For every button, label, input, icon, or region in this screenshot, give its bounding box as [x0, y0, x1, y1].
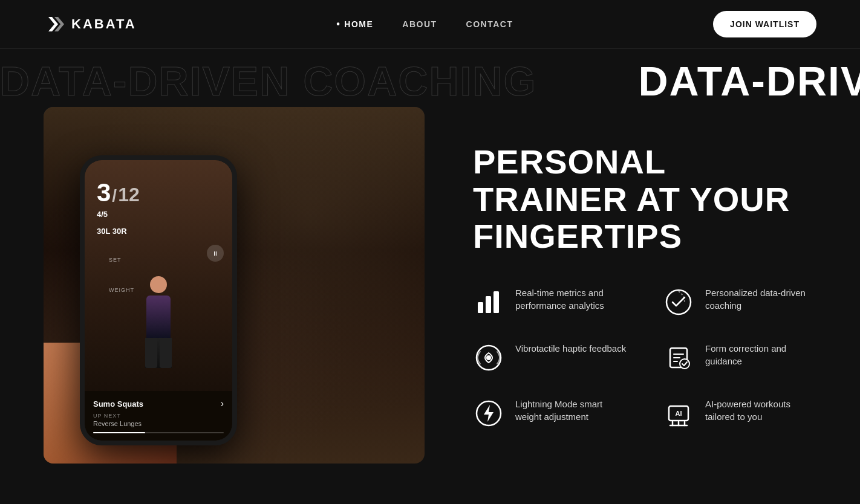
- feature-haptic-text: Vibrotactile haptic feedback: [515, 342, 627, 355]
- ticker: DATA-DRIVEN COACHING DATA-DRIVEN COACHIN…: [0, 49, 860, 113]
- rep-counter: 3 / 12: [97, 178, 140, 207]
- bar-chart-icon: [473, 286, 504, 318]
- phone-mockup: 3 / 12 SET 4/5 WEIGHT 30L 30R: [44, 107, 425, 464]
- headline-line1: PERSONAL TRAINER AT YOUR: [473, 143, 790, 218]
- device-screen: 3 / 12 SET 4/5 WEIGHT 30L 30R: [85, 160, 232, 441]
- hero-headline: PERSONAL TRAINER AT YOUR FINGERTIPS: [473, 143, 816, 255]
- progress-fill: [93, 432, 145, 433]
- main-section: 3 / 12 SET 4/5 WEIGHT 30L 30R: [0, 107, 860, 464]
- ai-icon: AI: [663, 398, 694, 429]
- feature-ai: AI AI-powered workouts tailored to you: [663, 398, 816, 429]
- ticker-content: DATA-DRIVEN COACHING DATA-DRIVEN COACHIN…: [0, 57, 860, 105]
- svg-rect-2: [494, 291, 499, 313]
- feature-coaching: Personalized data-driven coaching: [663, 286, 816, 318]
- headline-line2: FINGERTIPS: [473, 217, 682, 255]
- exercise-row: Sumo Squats ›: [93, 398, 224, 409]
- feature-coaching-label: Personalized data-driven coaching: [705, 288, 806, 311]
- svg-point-7: [680, 359, 689, 369]
- svg-rect-1: [486, 296, 491, 313]
- feature-haptic-label: Vibrotactile haptic feedback: [515, 343, 626, 354]
- set-info: SET 4/5: [97, 210, 108, 219]
- exercise-name: Sumo Squats: [93, 399, 143, 409]
- feature-ai-text: AI-powered workouts tailored to you: [705, 398, 816, 423]
- next-indicator: UP NEXT: [93, 413, 224, 419]
- logo-icon: [44, 13, 65, 35]
- feature-form: Form correction and guidance: [663, 342, 816, 373]
- nav-about[interactable]: ABOUT: [402, 19, 437, 29]
- progress-bar: [93, 432, 224, 433]
- svg-rect-0: [478, 302, 483, 313]
- set-value: 4/5: [97, 210, 108, 219]
- ticker-text-1: DATA-DRIVEN COACHING: [0, 58, 636, 104]
- haptic-icon: [473, 342, 504, 373]
- pause-icon: ⏸: [212, 250, 218, 257]
- right-content: PERSONAL TRAINER AT YOUR FINGERTIPS Real…: [473, 107, 816, 429]
- set-label: SET: [109, 257, 122, 263]
- bottom-panel: Sumo Squats › UP NEXT Reverse Lunges: [85, 391, 232, 441]
- feature-lightning: Lightning Mode smart weight adjustment: [473, 398, 627, 429]
- form-icon: [663, 342, 694, 373]
- screen-person-head: [150, 276, 167, 293]
- weight-label: WEIGHT: [109, 287, 134, 293]
- screen-person-body: [146, 296, 171, 338]
- feature-metrics-label: Real-time metrics and performance analyt…: [515, 288, 604, 311]
- feature-ai-label: AI-powered workouts tailored to you: [705, 399, 790, 422]
- screen-workout-view: 3 / 12 SET 4/5 WEIGHT 30L 30R: [85, 160, 232, 441]
- rep-divider: /: [112, 186, 117, 205]
- nav-contact[interactable]: CONTACT: [466, 19, 513, 29]
- phone-container: 3 / 12 SET 4/5 WEIGHT 30L 30R: [44, 107, 425, 464]
- next-exercise: Reverse Lunges: [93, 420, 224, 427]
- weight-value: 30L 30R: [97, 227, 127, 236]
- svg-text:AI: AI: [676, 410, 682, 417]
- navbar: KABATA HOME ABOUT CONTACT JOIN WAITLIST: [0, 0, 860, 49]
- pause-button-screen[interactable]: ⏸: [207, 245, 224, 262]
- svg-point-5: [486, 355, 491, 360]
- feature-haptic: Vibrotactile haptic feedback: [473, 342, 627, 373]
- weight-info: WEIGHT 30L 30R: [97, 227, 127, 236]
- logo[interactable]: KABATA: [44, 13, 137, 35]
- device-phone: 3 / 12 SET 4/5 WEIGHT 30L 30R: [80, 155, 237, 445]
- rep-current: 3: [97, 178, 111, 207]
- feature-coaching-text: Personalized data-driven coaching: [705, 286, 816, 312]
- feature-form-label: Form correction and guidance: [705, 343, 786, 366]
- nav-links: HOME ABOUT CONTACT: [336, 19, 513, 30]
- screen-person-leg-left: [145, 338, 157, 368]
- coaching-icon: [663, 286, 694, 318]
- next-arrow: ›: [221, 398, 224, 409]
- features-grid: Real-time metrics and performance analyt…: [473, 286, 816, 429]
- ticker-text-2: DATA-DRIVEN COACHING: [638, 58, 860, 104]
- join-waitlist-button[interactable]: JOIN WAITLIST: [713, 11, 816, 37]
- feature-metrics: Real-time metrics and performance analyt…: [473, 286, 627, 318]
- screen-person: [145, 276, 172, 368]
- lightning-icon: [473, 398, 504, 429]
- nav-home[interactable]: HOME: [336, 19, 373, 30]
- feature-lightning-label: Lightning Mode smart weight adjustment: [515, 399, 602, 422]
- feature-lightning-text: Lightning Mode smart weight adjustment: [515, 398, 627, 423]
- screen-person-legs: [145, 338, 172, 368]
- ticker-banner: DATA-DRIVEN COACHING DATA-DRIVEN COACHIN…: [0, 49, 860, 113]
- svg-point-3: [666, 290, 691, 314]
- feature-form-text: Form correction and guidance: [705, 342, 816, 367]
- feature-metrics-text: Real-time metrics and performance analyt…: [515, 286, 627, 312]
- screen-person-leg-right: [160, 338, 172, 368]
- rep-total: 12: [118, 184, 140, 206]
- logo-text: KABATA: [71, 16, 137, 32]
